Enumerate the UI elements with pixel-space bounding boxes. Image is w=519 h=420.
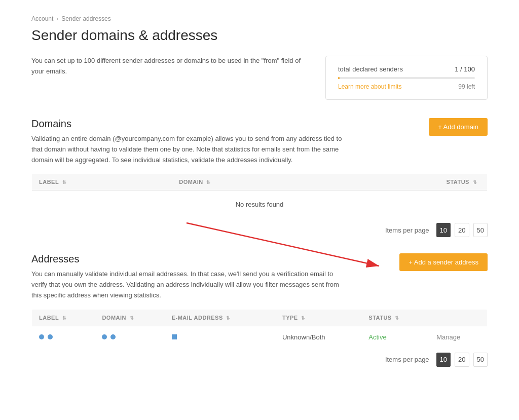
breadcrumb-account-link[interactable]: Account [31,15,53,22]
addresses-table-body: Unknown/Both Active Manage [32,326,488,348]
intro-text: You can set up to 100 different sender a… [31,56,310,77]
breadcrumb-current: Sender addresses [61,15,110,22]
label-dots [39,334,88,339]
domain-dot-2 [110,334,116,339]
email-square-dot [172,334,177,339]
domain-dot-1 [102,334,107,339]
domains-per-page-10[interactable]: 10 [436,223,451,237]
address-row-1-email [165,326,275,348]
addresses-col-email: E-MAIL ADDRESS ⇅ [165,309,275,326]
addresses-table: LABEL ⇅ DOMAIN ⇅ E-MAIL ADDRESS ⇅ TYPE ⇅ [31,309,488,349]
stats-label: total declared senders [338,65,403,73]
addresses-per-page-label: Items per page [385,356,429,363]
addresses-per-page-10[interactable]: 10 [436,353,451,367]
status-sort-icon: ⇅ [473,180,477,185]
domains-title: Domains [31,118,346,130]
domains-per-page-20[interactable]: 20 [455,223,469,237]
breadcrumb: Account › Sender addresses [31,15,488,22]
address-row-1-label [32,326,95,348]
dot-blue-2 [48,334,53,339]
domains-section-header: Domains Validating an entire domain (@yo… [31,118,488,165]
info-row: You can set up to 100 different sender a… [31,56,488,100]
domains-col-status: STATUS ⇅ [326,174,487,190]
domains-desc: Validating an entire domain (@yourcompan… [31,134,346,165]
domain-sort-icon: ⇅ [206,180,211,185]
addresses-pagination: Items per page 10 20 50 [31,353,488,367]
addresses-section-header: Addresses You can manually validate indi… [31,253,488,300]
addresses-col-status: STATUS ⇅ [361,309,429,326]
addresses-table-header-row: LABEL ⇅ DOMAIN ⇅ E-MAIL ADDRESS ⇅ TYPE ⇅ [32,309,488,326]
add-domain-button[interactable]: + Add domain [429,118,488,136]
stats-label-row: total declared senders 1 / 100 [338,65,475,73]
addr-status-sort-icon: ⇅ [395,316,399,321]
page-title: Sender domains & addresses [31,27,488,44]
addr-type-sort-icon: ⇅ [301,316,306,321]
addresses-col-label: LABEL ⇅ [32,309,95,326]
domain-dots [102,334,157,339]
domains-pagination: Items per page 10 20 50 [31,223,488,237]
progress-bar-bg [338,77,475,79]
domains-table-body: No results found [32,190,488,219]
domains-per-page-50[interactable]: 50 [473,223,488,237]
stats-count: 1 / 100 [455,65,475,73]
addresses-section: Addresses You can manually validate indi… [31,253,488,366]
manage-link[interactable]: Manage [436,333,460,341]
domains-col-label: LABEL ⇅ [32,174,172,190]
domains-section: Domains Validating an entire domain (@yo… [31,118,488,237]
address-row-1-status: Active [361,326,429,348]
add-sender-address-button[interactable]: + Add a sender address [399,253,488,271]
addresses-per-page-50[interactable]: 50 [473,353,488,367]
addr-email-sort-icon: ⇅ [226,316,231,321]
domains-col-domain: DOMAIN ⇅ [172,174,326,190]
addresses-col-domain: DOMAIN ⇅ [95,309,164,326]
stats-box: total declared senders 1 / 100 Learn mor… [325,56,488,100]
domains-table: LABEL ⇅ DOMAIN ⇅ STATUS ⇅ No results fou… [31,173,488,219]
addresses-per-page-20[interactable]: 20 [455,353,469,367]
addresses-col-action [429,309,487,326]
address-row-1-action[interactable]: Manage [429,326,487,348]
domains-table-header-row: LABEL ⇅ DOMAIN ⇅ STATUS ⇅ [32,174,488,190]
domains-no-results-row: No results found [32,190,488,219]
learn-more-link[interactable]: Learn more about limits [338,83,401,90]
dot-blue-1 [39,334,44,339]
addresses-col-type: TYPE ⇅ [275,309,361,326]
stats-left-count: 99 left [458,83,475,90]
label-sort-icon: ⇅ [62,180,67,185]
address-row-1-type: Unknown/Both [275,326,361,348]
domains-per-page-label: Items per page [385,226,429,234]
addresses-header-left: Addresses You can manually validate indi… [31,253,346,300]
stats-bottom: Learn more about limits 99 left [338,83,475,90]
page-container: Account › Sender addresses Sender domain… [11,0,508,413]
addresses-title: Addresses [31,253,346,265]
breadcrumb-separator: › [56,15,58,22]
address-status-active: Active [368,333,386,341]
domains-header-left: Domains Validating an entire domain (@yo… [31,118,346,165]
address-row-1-domain [95,326,164,348]
addr-label-sort-icon: ⇅ [62,316,67,321]
addr-domain-sort-icon: ⇅ [130,316,134,321]
addresses-desc: You can manually validate individual ema… [31,269,346,300]
address-row-1: Unknown/Both Active Manage [32,326,488,348]
add-address-container: + Add a sender address [399,253,488,271]
domains-table-head: LABEL ⇅ DOMAIN ⇅ STATUS ⇅ [32,174,488,190]
domains-no-results: No results found [32,190,488,219]
progress-bar-fill [338,77,340,79]
addresses-table-head: LABEL ⇅ DOMAIN ⇅ E-MAIL ADDRESS ⇅ TYPE ⇅ [32,309,488,326]
